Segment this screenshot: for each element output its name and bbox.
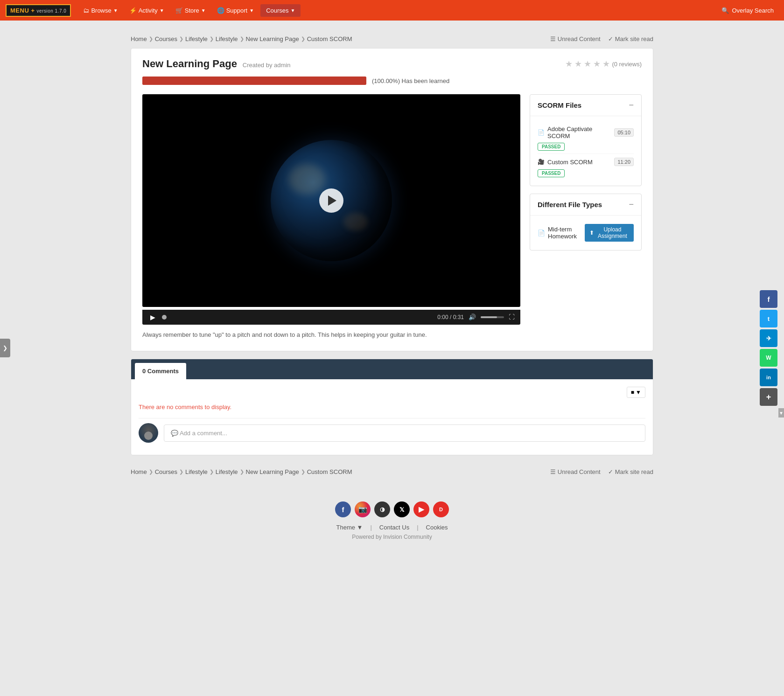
share-telegram-btn[interactable]: ✈ [760,329,777,347]
files-panel-title: Different File Types [538,201,602,209]
brand-logo[interactable]: MENU + version 1.7.0 [6,4,71,17]
unread-label: Unread Content [558,35,601,42]
footer-breadcrumb-home[interactable]: Home [131,468,147,475]
star-2[interactable]: ★ [574,59,582,69]
footer-mark-read-btn[interactable]: ✓ Mark site read [608,468,653,475]
star-4[interactable]: ★ [593,59,601,69]
breadcrumb-custom-scorm[interactable]: Custom SCORM [307,35,352,42]
video-player[interactable] [142,94,520,307]
footer-breadcrumb-learning-page[interactable]: New Learning Page [246,468,299,475]
user-avatar [139,423,158,443]
footer-contact-link[interactable]: Contact Us [379,524,409,531]
fullscreen-btn[interactable]: ⛶ [509,313,515,320]
sort-btn[interactable]: ■ ▼ [627,387,645,398]
nav-browse[interactable]: 🗂 Browse ▼ [78,4,122,17]
volume-icon[interactable]: 🔊 [469,313,476,320]
file-item-title-0: 📄 Mid-term Homework [538,226,585,240]
social-x-twitter[interactable]: 𝕏 [394,501,410,517]
search-label: Overlay Search [732,7,774,14]
video-area: ▶ 0:00 / 0:31 🔊 ⛶ Always remember to tun… [142,94,520,341]
files-collapse-btn[interactable]: − [629,200,634,209]
footer-breadcrumb-lifestyle-2[interactable]: Lifestyle [216,468,238,475]
volume-fill [481,316,497,318]
scorm-item-row-1: 🎥 Custom SCORM 11:20 [538,158,634,166]
browse-chevron: ▼ [113,8,118,13]
scorm-item-title-0: 📄 Adobe Captivate SCORM [538,125,614,139]
nav-courses[interactable]: Courses ▼ [260,4,301,17]
sep-5: ❯ [301,36,305,42]
social-github[interactable]: ◑ [374,501,390,517]
support-icon: 🌐 [217,7,224,14]
sidebar-toggle-btn[interactable]: ❯ [0,339,10,357]
title-area: New Learning Page Created by admin [142,58,290,70]
check-icon: ✓ [608,35,613,42]
store-chevron: ▼ [201,8,206,13]
volume-slider[interactable] [481,316,504,318]
share-more-btn[interactable]: + [760,388,777,406]
share-twitter-btn[interactable]: t [760,310,777,327]
video-progress-dot[interactable] [162,315,167,320]
nav-support[interactable]: 🌐 Support ▼ [212,4,259,17]
play-pause-btn[interactable]: ▶ [148,313,157,321]
comments-body: ■ ▼ There are no comments to display. 💬 … [131,379,653,455]
scorm-collapse-btn[interactable]: − [629,100,634,110]
footer-breadcrumb-lifestyle-1[interactable]: Lifestyle [185,468,208,475]
page-description: Always remember to tune "up" to a pitch … [142,325,520,342]
scorm-item-label-1[interactable]: Custom SCORM [547,159,593,166]
support-chevron: ▼ [249,8,254,13]
breadcrumb-learning-page[interactable]: New Learning Page [246,35,299,42]
upload-icon: ⬆ [589,230,594,236]
breadcrumb-home[interactable]: Home [131,35,147,42]
no-comments-text: There are no comments to display. [139,404,645,411]
star-1[interactable]: ★ [565,59,573,69]
sidebar: SCORM Files − 📄 Adobe Captivate SCORM 05… [530,94,642,341]
page-title-row: New Learning Page Created by admin ★ ★ ★… [142,58,642,70]
time-display: 0:00 / 0:31 [437,314,464,320]
upload-btn-label: Upload Assignment [596,226,629,239]
nav-store[interactable]: 🛒 Store ▼ [171,4,210,17]
time-sep: / [450,314,453,320]
star-3[interactable]: ★ [584,59,591,69]
breadcrumb-lifestyle-1[interactable]: Lifestyle [185,35,208,42]
breadcrumb-lifestyle-2[interactable]: Lifestyle [216,35,238,42]
sep-4: ❯ [240,36,244,42]
scroll-down-chevron[interactable]: ▼ [778,408,784,418]
footer-theme-link[interactable]: Theme ▼ [336,524,363,531]
avatar-head [144,432,153,440]
video-inner [142,94,520,307]
comments-tab-label[interactable]: 0 Comments [135,363,186,379]
social-instagram[interactable]: 📷 [355,501,371,517]
nav-activity[interactable]: ⚡ Activity ▼ [125,4,169,17]
scorm-badge-1: PASSED [538,169,565,177]
share-facebook-btn[interactable]: f [760,290,777,308]
document-icon: 📄 [538,129,545,136]
footer-breadcrumb-scorm[interactable]: Custom SCORM [307,468,352,475]
unread-content-btn[interactable]: ☰ Unread Content [550,35,601,42]
comment-input[interactable]: 💬 Add a comment... [164,425,645,442]
upload-assignment-btn[interactable]: ⬆ Upload Assignment [585,224,634,242]
mark-read-label: Mark site read [615,35,653,42]
content-card: New Learning Page Created by admin ★ ★ ★… [131,48,653,351]
scorm-item-label-0[interactable]: Adobe Captivate SCORM [547,125,614,139]
social-youtube[interactable]: ▶ [413,501,429,517]
mark-read-btn[interactable]: ✓ Mark site read [608,35,653,42]
footer-breadcrumb-courses[interactable]: Courses [155,468,177,475]
play-button[interactable] [319,188,343,213]
comment-input-row: 💬 Add a comment... [139,418,645,447]
total-time: 0:31 [453,314,464,320]
comments-section: 0 Comments ■ ▼ There are no comments to … [131,359,653,455]
share-linkedin-btn[interactable]: in [760,369,777,386]
theme-chevron: ▼ [357,524,363,531]
breadcrumb-courses[interactable]: Courses [155,35,177,42]
social-discord[interactable]: D [433,501,449,517]
browse-icon: 🗂 [83,7,89,14]
unread-icon: ☰ [550,35,556,42]
overlay-search[interactable]: 🔍 Overlay Search [717,4,778,17]
files-panel: Different File Types − 📄 Mid-term Homewo… [530,194,642,251]
footer-cookies-link[interactable]: Cookies [426,524,448,531]
social-facebook[interactable]: f [335,501,351,517]
scorm-item-0: 📄 Adobe Captivate SCORM 05:10 PASSED [538,122,634,154]
share-whatsapp-btn[interactable]: W [760,349,777,367]
footer-unread-btn[interactable]: ☰ Unread Content [550,468,601,475]
star-5[interactable]: ★ [602,59,610,69]
